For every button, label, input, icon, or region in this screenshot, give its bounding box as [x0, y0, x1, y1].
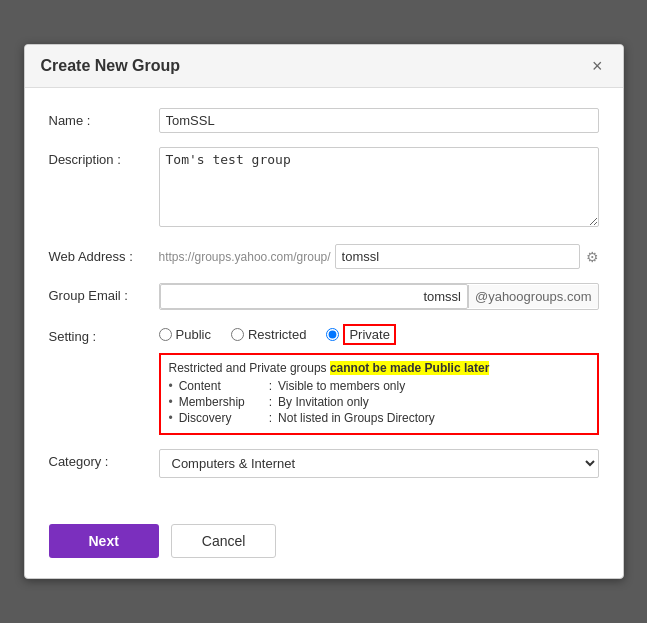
- name-label: Name :: [49, 108, 159, 128]
- info-warning-highlight: cannot be made Public later: [330, 361, 489, 375]
- web-address-wrap: https://groups.yahoo.com/group/ ⚙: [159, 244, 599, 269]
- modal-title: Create New Group: [41, 57, 181, 75]
- web-address-input[interactable]: [335, 244, 580, 269]
- email-suffix: @yahoogroups.com: [468, 285, 598, 308]
- info-content-value: Visible to members only: [278, 379, 405, 393]
- create-group-modal: Create New Group × Name : Description : …: [24, 44, 624, 579]
- web-address-row: Web Address : https://groups.yahoo.com/g…: [49, 244, 599, 269]
- info-membership-key: Membership: [179, 395, 269, 409]
- web-address-prefix: https://groups.yahoo.com/group/: [159, 250, 331, 264]
- description-label: Description :: [49, 147, 159, 167]
- info-content-colon: :: [269, 379, 272, 393]
- info-item-membership: Membership : By Invitation only: [169, 395, 589, 409]
- info-discovery-value: Not listed in Groups Directory: [278, 411, 435, 425]
- web-address-field-wrap: https://groups.yahoo.com/group/ ⚙: [159, 244, 599, 269]
- modal-footer: Next Cancel: [25, 512, 623, 578]
- group-email-label: Group Email :: [49, 283, 159, 303]
- cancel-button[interactable]: Cancel: [171, 524, 277, 558]
- info-box-title: Restricted and Private groups cannot be …: [169, 361, 589, 375]
- info-item-discovery: Discovery : Not listed in Groups Directo…: [169, 411, 589, 425]
- group-email-row: Group Email : @yahoogroups.com: [49, 283, 599, 310]
- info-discovery-colon: :: [269, 411, 272, 425]
- description-input[interactable]: Tom's test group: [159, 147, 599, 227]
- description-field-wrap: Tom's test group: [159, 147, 599, 230]
- group-email-field-wrap: @yahoogroups.com: [159, 283, 599, 310]
- setting-row: Setting : Public Restricted Private: [49, 324, 599, 435]
- radio-private-label: Private: [343, 324, 395, 345]
- info-membership-colon: :: [269, 395, 272, 409]
- info-discovery-key: Discovery: [179, 411, 269, 425]
- name-field-wrap: [159, 108, 599, 133]
- next-button[interactable]: Next: [49, 524, 159, 558]
- info-warning-text: Restricted and Private groups: [169, 361, 330, 375]
- radio-public[interactable]: [159, 328, 172, 341]
- radio-private-option[interactable]: Private: [326, 324, 395, 345]
- category-label: Category :: [49, 449, 159, 469]
- info-membership-value: By Invitation only: [278, 395, 369, 409]
- info-list: Content : Visible to members only Member…: [169, 379, 589, 425]
- web-address-label: Web Address :: [49, 244, 159, 264]
- radio-options: Public Restricted Private: [159, 324, 599, 345]
- category-field-wrap: Computers & Internet Business & Finance …: [159, 449, 599, 478]
- radio-public-option[interactable]: Public: [159, 327, 211, 342]
- radio-restricted-label: Restricted: [248, 327, 307, 342]
- modal-header: Create New Group ×: [25, 45, 623, 88]
- radio-restricted-option[interactable]: Restricted: [231, 327, 307, 342]
- setting-field-wrap: Public Restricted Private Restricted and…: [159, 324, 599, 435]
- close-button[interactable]: ×: [588, 57, 607, 75]
- setting-label: Setting :: [49, 324, 159, 344]
- radio-restricted[interactable]: [231, 328, 244, 341]
- email-wrap: @yahoogroups.com: [159, 283, 599, 310]
- modal-body: Name : Description : Tom's test group We…: [25, 88, 623, 512]
- category-select[interactable]: Computers & Internet Business & Finance …: [159, 449, 599, 478]
- radio-private[interactable]: [326, 328, 339, 341]
- link-icon: ⚙: [586, 249, 599, 265]
- info-box: Restricted and Private groups cannot be …: [159, 353, 599, 435]
- name-input[interactable]: [159, 108, 599, 133]
- info-item-content: Content : Visible to members only: [169, 379, 589, 393]
- category-row: Category : Computers & Internet Business…: [49, 449, 599, 478]
- description-row: Description : Tom's test group: [49, 147, 599, 230]
- group-email-input[interactable]: [160, 284, 468, 309]
- info-content-key: Content: [179, 379, 269, 393]
- name-row: Name :: [49, 108, 599, 133]
- radio-public-label: Public: [176, 327, 211, 342]
